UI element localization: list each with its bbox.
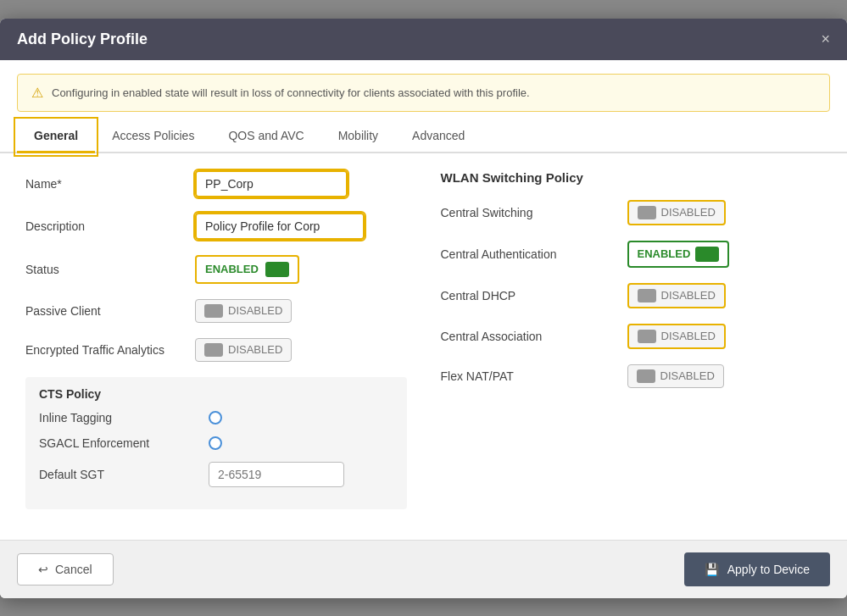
status-label: Status (25, 263, 178, 276)
tab-access-policies[interactable]: Access Policies (95, 120, 211, 152)
flex-nat-toggle[interactable]: DISABLED (627, 364, 724, 388)
passive-client-toggle[interactable]: DISABLED (195, 299, 292, 323)
central-switching-label: Central Switching (441, 206, 610, 219)
inline-tagging-row: Inline Tagging (39, 411, 393, 425)
sgacl-label: SGACL Enforcement (39, 436, 192, 450)
cts-title: CTS Policy (39, 387, 393, 401)
central-dhcp-value: DISABLED (661, 289, 716, 302)
default-sgt-row: Default SGT (39, 462, 393, 487)
sgacl-radio[interactable] (209, 436, 222, 450)
status-row: Status ENABLED (25, 255, 407, 284)
modal-title: Add Policy Profile (17, 31, 148, 48)
cancel-label: Cancel (55, 563, 92, 576)
central-switching-indicator (638, 206, 656, 219)
cancel-button[interactable]: ↩ Cancel (17, 553, 114, 585)
status-toggle-indicator (265, 262, 289, 277)
warning-banner: ⚠ Configuring in enabled state will resu… (17, 74, 830, 112)
central-assoc-indicator (638, 330, 656, 343)
central-assoc-row: Central Association DISABLED (441, 324, 822, 349)
central-auth-value: ENABLED (638, 247, 691, 260)
central-dhcp-row: Central DHCP DISABLED (441, 283, 822, 308)
inline-tagging-label: Inline Tagging (39, 411, 192, 425)
status-toggle[interactable]: ENABLED (195, 255, 299, 284)
passive-client-value: DISABLED (228, 304, 282, 317)
central-dhcp-toggle[interactable]: DISABLED (627, 283, 726, 308)
warning-text: Configuring in enabled state will result… (52, 86, 530, 99)
central-auth-label: Central Authentication (441, 247, 610, 261)
main-content: Name* Description Status ENABLED Passive… (0, 153, 847, 540)
default-sgt-label: Default SGT (39, 468, 192, 481)
left-panel: Name* Description Status ENABLED Passive… (25, 170, 407, 523)
default-sgt-input[interactable] (209, 462, 344, 487)
close-button[interactable]: × (821, 31, 830, 48)
name-label: Name* (25, 177, 178, 191)
central-assoc-value: DISABLED (661, 330, 716, 342)
central-auth-indicator (695, 247, 719, 262)
cts-section: CTS Policy Inline Tagging SGACL Enforcem… (25, 377, 407, 509)
right-panel: WLAN Switching Policy Central Switching … (441, 170, 822, 523)
name-row: Name* (25, 170, 407, 197)
apply-to-device-button[interactable]: 💾 Apply to Device (684, 552, 830, 586)
passive-client-row: Passive Client DISABLED (25, 299, 407, 323)
tab-advanced[interactable]: Advanced (395, 120, 482, 152)
wlan-section-title: WLAN Switching Policy (441, 170, 822, 185)
tab-mobility[interactable]: Mobility (321, 120, 395, 152)
central-dhcp-label: Central DHCP (441, 289, 610, 302)
flex-nat-indicator (637, 369, 655, 383)
status-value: ENABLED (205, 263, 259, 275)
central-switching-value: DISABLED (661, 206, 716, 219)
tab-general[interactable]: General (17, 120, 95, 153)
central-dhcp-indicator (638, 289, 656, 302)
passive-client-label: Passive Client (25, 304, 178, 318)
tab-bar: General Access Policies QOS and AVC Mobi… (0, 120, 847, 153)
central-assoc-label: Central Association (441, 330, 610, 343)
encrypted-traffic-label: Encrypted Traffic Analytics (25, 343, 178, 357)
flex-nat-value: DISABLED (660, 369, 715, 382)
save-icon: 💾 (705, 563, 719, 576)
description-row: Description (25, 213, 407, 240)
modal-header: Add Policy Profile × (0, 19, 847, 60)
modal-footer: ↩ Cancel 💾 Apply to Device (0, 540, 847, 598)
encrypted-traffic-indicator (204, 343, 223, 357)
encrypted-traffic-value: DISABLED (228, 343, 282, 356)
central-switching-row: Central Switching DISABLED (441, 200, 822, 225)
central-assoc-toggle[interactable]: DISABLED (627, 324, 726, 349)
central-auth-toggle[interactable]: ENABLED (627, 241, 730, 268)
flex-nat-row: Flex NAT/PAT DISABLED (441, 364, 822, 388)
apply-label: Apply to Device (727, 563, 810, 576)
central-switching-toggle[interactable]: DISABLED (627, 200, 726, 225)
warning-icon: ⚠ (31, 85, 43, 101)
encrypted-traffic-row: Encrypted Traffic Analytics DISABLED (25, 338, 407, 362)
sgacl-row: SGACL Enforcement (39, 436, 393, 450)
flex-nat-label: Flex NAT/PAT (441, 369, 610, 383)
central-auth-row: Central Authentication ENABLED (441, 241, 822, 268)
name-input[interactable] (195, 170, 348, 197)
passive-client-indicator (204, 304, 223, 318)
description-input[interactable] (195, 213, 365, 240)
description-label: Description (25, 219, 178, 233)
encrypted-traffic-toggle[interactable]: DISABLED (195, 338, 292, 362)
add-policy-profile-modal: Add Policy Profile × ⚠ Configuring in en… (0, 19, 847, 598)
tab-qos-avc[interactable]: QOS and AVC (211, 120, 320, 152)
cancel-icon: ↩ (38, 563, 48, 576)
inline-tagging-radio[interactable] (209, 411, 222, 425)
